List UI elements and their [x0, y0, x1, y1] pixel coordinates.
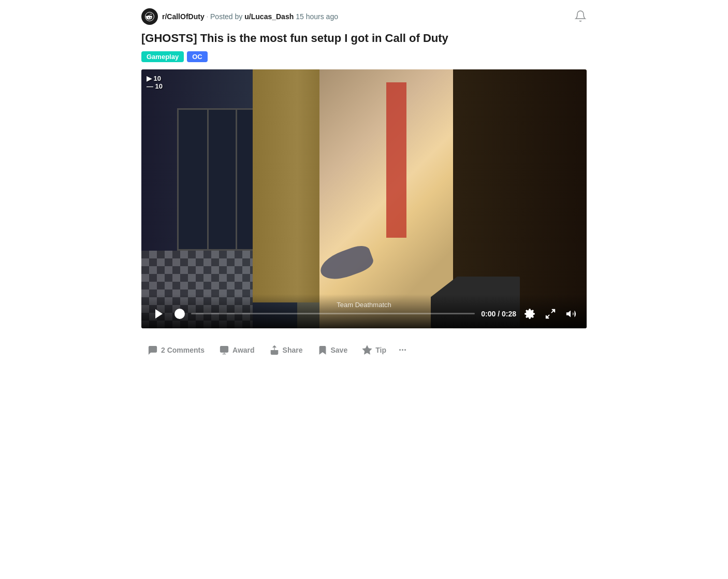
time-display: 0:00 / 0:28	[481, 310, 516, 318]
video-controls: Team Deathmatch 0:00 / 0:28	[141, 294, 587, 328]
award-icon	[219, 345, 229, 355]
more-label: ···	[399, 345, 406, 355]
post-title: [GHOSTS] This is the most fun setup I go…	[141, 31, 587, 46]
time-total: 0:28	[502, 310, 516, 318]
svg-marker-1	[155, 309, 163, 319]
progress-dot[interactable]	[174, 309, 185, 319]
svg-marker-4	[566, 310, 571, 317]
flair-gameplay[interactable]: Gameplay	[141, 51, 184, 62]
video-container[interactable]: ▶ 10 — 10 Team Deathmatch 0:00 / 0:28	[141, 69, 587, 328]
comments-icon	[148, 345, 158, 355]
volume-button[interactable]	[564, 307, 578, 321]
share-label: Share	[283, 346, 303, 354]
share-icon	[269, 345, 280, 355]
post-actions: 2 Comments Award Share Save	[141, 337, 587, 368]
score-display: ▶ 10 — 10	[147, 75, 163, 90]
save-icon	[317, 345, 328, 355]
post-time: 15 hours ago	[296, 12, 338, 21]
progress-bar[interactable]	[191, 313, 475, 314]
scene: ▶ 10 — 10	[141, 69, 587, 328]
post-header: r/CallOfDuty · Posted by u/Lucas_Dash 15…	[141, 8, 587, 25]
subreddit-icon[interactable]	[141, 8, 158, 25]
settings-button[interactable]	[522, 307, 537, 321]
comments-label: 2 Comments	[161, 346, 205, 354]
play-button[interactable]	[150, 305, 168, 323]
subreddit-name[interactable]: r/CallOfDuty	[162, 12, 205, 21]
more-options-button[interactable]: ···	[395, 341, 411, 360]
video-label: Team Deathmatch	[337, 301, 391, 309]
time-current: 0:00	[481, 310, 496, 318]
tip-button[interactable]: Tip	[356, 341, 392, 359]
post-container: r/CallOfDuty · Posted by u/Lucas_Dash 15…	[131, 0, 597, 368]
share-button[interactable]: Share	[263, 341, 309, 359]
svg-marker-8	[363, 346, 372, 354]
posted-by-label: Posted by	[210, 12, 242, 21]
reddit-icon	[144, 11, 155, 22]
score-top: ▶ 10	[147, 75, 163, 82]
video-thumbnail: ▶ 10 — 10	[141, 69, 587, 328]
post-meta: r/CallOfDuty · Posted by u/Lucas_Dash 15…	[162, 12, 570, 21]
flair-container: Gameplay OC	[141, 51, 587, 62]
save-label: Save	[331, 346, 348, 354]
score-bottom: — 10	[147, 82, 163, 90]
username[interactable]: u/Lucas_Dash	[244, 12, 294, 21]
tip-icon	[362, 345, 372, 355]
flair-oc[interactable]: OC	[187, 51, 208, 62]
tip-label: Tip	[375, 346, 386, 354]
fullscreen-button[interactable]	[543, 307, 558, 321]
dot-separator: ·	[207, 13, 208, 20]
save-button[interactable]: Save	[311, 341, 354, 359]
red-wall	[386, 82, 406, 238]
notification-bell-icon[interactable]	[574, 10, 587, 24]
center-arch	[319, 69, 453, 328]
time-separator: /	[498, 310, 502, 318]
award-label: Award	[232, 346, 255, 354]
svg-point-6	[223, 348, 226, 351]
comments-button[interactable]: 2 Comments	[141, 341, 211, 359]
award-button[interactable]: Award	[213, 341, 261, 359]
